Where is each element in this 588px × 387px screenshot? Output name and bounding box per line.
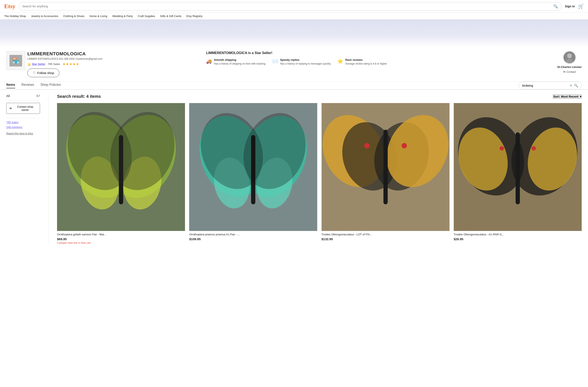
owner-name: Dr.Charles Limmer	[557, 65, 582, 69]
report-shop-link[interactable]: Report this shop to Etsy	[6, 132, 40, 135]
tabs-row: Items Reviews Shop Policies	[6, 83, 61, 88]
admirers-stat-link[interactable]: 546 Admirers	[6, 125, 40, 129]
product-grid: Ornithoptera goliath samson Pair - Mal..…	[57, 103, 582, 244]
shop-search-icon-button[interactable]: 🔍	[574, 83, 578, 87]
product-image-3	[454, 103, 582, 231]
contact-shop-owner-button[interactable]: ✉ Contact shop owner	[6, 103, 40, 114]
all-label[interactable]: All	[6, 94, 10, 98]
product-price-2: $132.95	[322, 237, 449, 241]
main-content: All 87 ✉ Contact shop owner 785 Sales 54…	[0, 90, 588, 249]
nav-item-jewelry[interactable]: Jewelry & Accessories	[31, 15, 58, 18]
svg-point-25	[364, 143, 369, 148]
product-cart-note-0: 4 people have this in their cart	[57, 242, 185, 244]
star-seller-features: 🚚 Smooth shipping Has a history of shipp…	[206, 58, 551, 66]
clear-search-button[interactable]: ✕	[569, 83, 572, 87]
shop-badges: ⭐ Star Seller 785 Sales ★★★★★	[27, 62, 200, 66]
sidebar-divider	[48, 94, 49, 244]
star-seller-icon: ⭐	[27, 62, 31, 66]
feature-shipping-text: Smooth shipping Has a history of shippin…	[214, 58, 266, 66]
owner-contact-link[interactable]: ✉ Contact	[563, 70, 576, 73]
nav-item-home[interactable]: Home & Living	[89, 15, 107, 18]
star-seller-section: LIMMERENTOMOLOGICA is a Star Seller! 🚚 S…	[202, 51, 555, 66]
sort-button[interactable]: Sort: Most Recent ▾	[553, 94, 582, 99]
product-card-1[interactable]: Ornithoptera priamus priamus A1 Pair - .…	[189, 103, 317, 244]
star-seller-label: Star Seller	[32, 62, 45, 66]
product-title-1: Ornithoptera priamus priamus A1 Pair - .…	[189, 233, 317, 236]
heart-icon: ♡	[33, 71, 36, 75]
contact-shop-owner-label: Contact shop owner	[14, 105, 37, 111]
product-image-1	[189, 103, 317, 231]
feature-reviews-title: Rave reviews	[345, 58, 387, 61]
shop-subtitle: LIMMER ENTOMOLOGICA 631-368-2933 chaslim…	[27, 57, 200, 60]
products-header: Search result: 4 items Sort: Most Recent…	[57, 94, 582, 99]
shop-search-bar: ✕ 🔍	[519, 81, 582, 89]
product-title-2: Troides Oblongomaculatus - LOT of FIV...	[322, 233, 449, 236]
envelope-icon: ✉	[563, 70, 566, 73]
products-area: Search result: 4 items Sort: Most Recent…	[57, 94, 582, 244]
tab-reviews[interactable]: Reviews	[21, 83, 34, 88]
shop-search-input[interactable]	[522, 84, 568, 87]
shop-star-rating: ★★★★★	[63, 62, 79, 66]
svg-rect-32	[516, 132, 520, 204]
search-input[interactable]	[22, 5, 553, 8]
tab-items[interactable]: Items	[6, 83, 15, 88]
shipping-icon: 🚚	[206, 59, 212, 64]
replies-icon: ✉️	[272, 59, 278, 64]
nav-item-clothing[interactable]: Clothing & Shoes	[63, 15, 84, 18]
follow-shop-label: Follow shop	[37, 71, 54, 75]
chevron-down-icon: ▾	[580, 95, 581, 98]
nav-item-wedding[interactable]: Wedding & Party	[112, 15, 133, 18]
contact-label: Contact	[567, 70, 576, 73]
shop-banner	[0, 20, 588, 47]
feature-shipping-desc: Has a history of shipping on time with t…	[214, 62, 266, 66]
reviews-icon: ⭐	[337, 59, 343, 64]
feature-replies-text: Speedy replies Has a history of replying…	[280, 58, 331, 66]
feature-reviews-text: Rave reviews Average review rating is 4.…	[345, 58, 387, 66]
svg-rect-24	[383, 130, 387, 204]
owner-avatar	[563, 51, 576, 64]
feature-replies: ✉️ Speedy replies Has a history of reply…	[272, 58, 331, 66]
star-seller-badge[interactable]: ⭐ Star Seller	[27, 62, 45, 66]
product-image-0	[57, 103, 185, 231]
shop-info: LIMMERENTOMOLOGICA LIMMER ENTOMOLOGICA 6…	[27, 51, 200, 77]
feature-shipping: 🚚 Smooth shipping Has a history of shipp…	[206, 58, 266, 66]
cart-icon[interactable]: 🛒	[578, 3, 584, 9]
product-card-0[interactable]: Ornithoptera goliath samson Pair - Mal..…	[57, 103, 185, 244]
sidebar: All 87 ✉ Contact shop owner 785 Sales 54…	[6, 94, 40, 244]
envelope-icon-btn: ✉	[9, 107, 12, 110]
all-count-row: All 87	[6, 94, 40, 98]
product-price-1: $109.95	[189, 237, 317, 241]
shop-logo: 🏪	[6, 51, 25, 70]
all-count: 87	[36, 94, 40, 98]
feature-replies-title: Speedy replies	[280, 58, 331, 61]
svg-point-26	[401, 143, 407, 148]
follow-shop-button[interactable]: ♡ Follow shop	[27, 69, 59, 77]
sign-in-link[interactable]: Sign in	[565, 5, 575, 8]
sort-label: Sort: Most Recent	[553, 95, 579, 98]
tabs-and-search-row: Items Reviews Shop Policies ✕ 🔍	[0, 81, 588, 90]
nav-item-registry[interactable]: Etsy Registry	[187, 15, 203, 18]
nav-item-craft[interactable]: Craft Supplies	[138, 15, 155, 18]
shop-logo-icon-container: 🏪	[9, 55, 22, 66]
feature-reviews-desc: Average review rating is 4.8 or higher	[345, 62, 387, 66]
product-card-3[interactable]: Troides Oblongomaculatus - A1 PAIR G... …	[454, 103, 582, 244]
shop-name: LIMMERENTOMOLOGICA	[27, 51, 200, 57]
shop-sales-count: 785 Sales	[48, 62, 60, 66]
owner-section: Dr.Charles Limmer ✉ Contact	[557, 51, 582, 73]
star-seller-title: LIMMERENTOMOLOGICA is a Star Seller!	[206, 51, 551, 55]
sales-stat-link[interactable]: 785 Sales	[6, 121, 40, 124]
product-price-0: $69.95	[57, 237, 185, 241]
etsy-logo[interactable]: Etsy	[4, 3, 15, 10]
search-icon-button[interactable]: 🔍	[553, 4, 558, 9]
tab-shop-policies[interactable]: Shop Policies	[41, 83, 61, 88]
product-price-3: $26.95	[454, 237, 582, 241]
product-title-3: Troides Oblongomaculatus - A1 PAIR G...	[454, 233, 582, 236]
search-bar-container: 🔍	[19, 2, 562, 11]
product-card-2[interactable]: Troides Oblongomaculatus - LOT of FIV...…	[322, 103, 449, 244]
nav-item-gifts[interactable]: Gifts & Gift Cards	[160, 15, 181, 18]
feature-shipping-title: Smooth shipping	[214, 58, 266, 61]
feature-reviews: ⭐ Rave reviews Average review rating is …	[337, 58, 387, 66]
svg-point-34	[532, 146, 536, 150]
nav-item-holiday[interactable]: The Holiday Shop	[4, 15, 26, 18]
shop-storefront-icon: 🏪	[12, 57, 20, 64]
